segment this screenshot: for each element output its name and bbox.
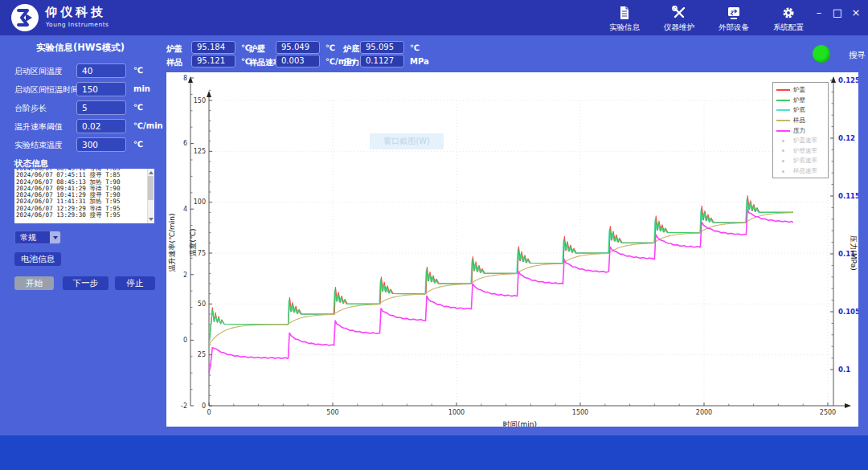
sidebar-header: 实验信息(HWS模式) [0,42,161,54]
top-nav: 实验信息 仪器维护 外部设备 [601,3,812,34]
svg-text:2000: 2000 [696,409,712,416]
readings-row-1: 炉盖 95.184 ℃ 炉壁 95.049 ℃ 炉底 95.095 ℃ [166,41,440,55]
external-device-icon [726,5,742,21]
legend-label: 炉壁速率 [793,147,817,155]
svg-text:0.1: 0.1 [838,366,850,374]
svg-text:温度(℃): 温度(℃) [189,228,197,256]
rate-threshold-input[interactable] [76,119,126,133]
legend-swatch-icon [776,100,790,101]
legend-entry[interactable]: 炉壁速率 [776,146,828,157]
field-step-size: 台阶步长 ℃ [14,100,163,115]
brand-subtitle: Young Instruments [46,21,109,28]
status-indicator-label: 搜寻 [849,50,866,61]
svg-text:0.105: 0.105 [838,308,858,316]
svg-text:0.125: 0.125 [838,76,858,84]
legend-swatch-icon [782,149,784,152]
svg-text:-2: -2 [181,403,187,410]
svg-text:温升速率(℃/min): 温升速率(℃/min) [168,213,176,272]
legend-entry[interactable]: 压力 [776,125,828,136]
nav-instrument-maintenance[interactable]: 仪器维护 [656,3,702,34]
minimize-button[interactable]: – [813,6,825,19]
document-icon [616,5,633,21]
start-temp-input[interactable] [76,63,126,78]
dropdown-arrow-box[interactable] [50,231,60,243]
svg-text:0.12: 0.12 [838,134,855,142]
bottom-statusbar [0,435,868,470]
svg-text:2500: 2500 [820,409,836,416]
temperature-pressure-chart[interactable]: -202468025507510012515005001000150020002… [166,72,858,427]
svg-text:25: 25 [198,351,206,358]
svg-text:100: 100 [194,198,206,206]
mode-select[interactable]: 常规 [14,231,61,244]
field-rate-threshold: 温升速率阈值 ℃/min [14,119,163,133]
battery-info-button[interactable]: 电池信息 [14,252,61,266]
legend-label: 样品 [793,116,805,125]
next-step-button[interactable]: 下一步 [63,276,108,290]
brand-name: 仰仪科技 [45,5,106,20]
svg-text:0: 0 [207,409,211,416]
status-log[interactable]: 2024/06/07 06:45:10 等待 T:85 2024/06/07 0… [14,169,154,223]
legend-swatch-icon [782,160,784,162]
close-button[interactable]: × [850,6,862,19]
legend-swatch-icon [782,170,784,173]
furnace-wall-temp: 95.049 [276,41,320,54]
field-end-temp: 实验结束温度 ℃ [14,137,163,152]
svg-text:2: 2 [183,272,187,279]
legend-entry[interactable]: 样品速率 [776,166,828,177]
legend-label: 炉盖 [793,86,805,94]
legend-label: 炉盖速率 [793,137,817,145]
svg-text:150: 150 [194,97,206,104]
scroll-up-icon[interactable] [149,171,154,174]
svg-text:0: 0 [202,403,206,410]
svg-text:1000: 1000 [448,409,465,416]
status-indicator-dot [813,45,830,63]
legend-entry[interactable]: 炉盖 [776,85,828,96]
log-entry: 2024/06/07 13:29:30 搜寻 T:95 [14,212,154,219]
legend-label: 炉底速率 [793,157,817,165]
legend-entry[interactable]: 炉壁 [776,96,828,106]
stop-button[interactable]: 停止 [115,276,155,290]
legend-entry[interactable]: 炉底速率 [776,156,828,166]
tools-icon [671,5,687,21]
nav-system-config[interactable]: 系统配置 [765,3,812,34]
furnace-bottom-temp: 95.095 [360,41,404,54]
chevron-down-icon [53,236,58,239]
svg-text:时间(min): 时间(min) [503,420,537,427]
legend-label: 炉底 [793,106,805,114]
readings-row-2: 样品 95.121 ℃ 样品速率 0.003 ℃/min 压力 0.1127 M… [166,55,440,68]
legend-label: 压力 [793,127,805,135]
svg-text:50: 50 [198,300,206,308]
hold-time-input[interactable] [76,82,126,96]
start-button[interactable]: 开始 [14,276,54,290]
svg-text:0.115: 0.115 [838,192,858,200]
brand-logo-icon [11,4,39,31]
app-window: 仰仪科技 Young Instruments 实验信息 仪器维护 [0,0,868,470]
legend-entry[interactable]: 炉底 [776,105,828,116]
legend-swatch-icon [776,89,790,91]
scroll-thumb[interactable] [148,176,154,200]
screenshot-overlay: 窗口截图(W) [370,133,444,149]
svg-text:0: 0 [183,337,187,344]
maximize-button[interactable]: □ [832,6,843,19]
log-scrollbar[interactable] [147,169,154,223]
scroll-down-icon[interactable] [149,218,154,221]
legend-swatch-icon [776,130,790,132]
step-size-input[interactable] [76,100,126,115]
legend-label: 样品速率 [793,167,817,175]
nav-experiment-info[interactable]: 实验信息 [601,3,648,34]
svg-text:75: 75 [198,250,206,257]
svg-text:4: 4 [183,206,187,213]
pressure-value: 0.1127 [360,55,404,67]
legend-swatch-icon [776,109,790,111]
sample-temp: 95.121 [191,55,235,67]
end-temp-input[interactable] [76,137,126,152]
titlebar: 仰仪科技 Young Instruments 实验信息 仪器维护 [0,0,868,35]
gear-icon [780,5,796,21]
window-controls: – □ × [813,6,862,19]
field-start-temp: 启动区间温度 ℃ [14,63,163,78]
svg-text:8: 8 [183,75,187,82]
nav-external-devices[interactable]: 外部设备 [710,3,757,34]
sample-rate: 0.003 [276,55,320,67]
legend-entry[interactable]: 炉盖速率 [776,136,828,146]
legend-entry[interactable]: 样品 [776,116,828,126]
